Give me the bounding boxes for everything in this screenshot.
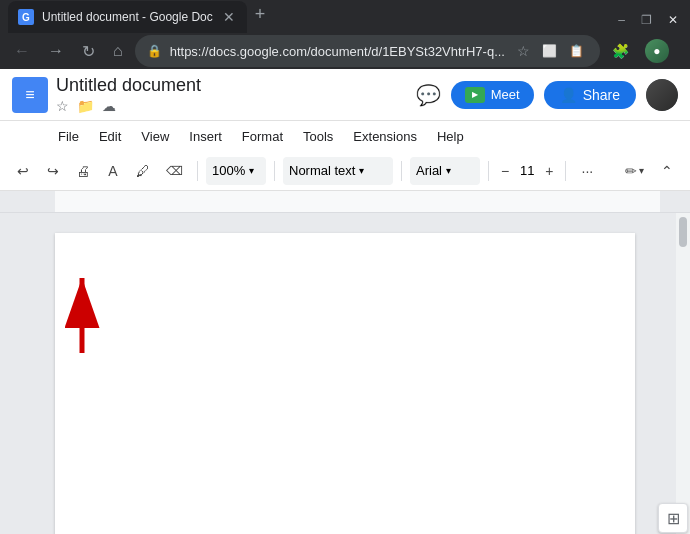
clear-format-button[interactable]: ⌫ <box>160 160 189 182</box>
ruler: 0 1 2 3 4 5 6 <box>0 191 690 213</box>
extensions-icon: 🧩 <box>612 43 629 59</box>
paint-format-icon: 🖊 <box>136 163 150 179</box>
menu-bar: File Edit View Insert Format Tools Exten… <box>0 121 690 151</box>
toolbar-divider-2 <box>274 161 275 181</box>
profile-button[interactable]: ● <box>639 33 675 69</box>
ruler-left-margin <box>0 191 55 212</box>
increase-font-button[interactable]: + <box>541 161 557 181</box>
tab-favicon: G <box>18 9 34 25</box>
print-button[interactable]: 🖨 <box>70 159 96 183</box>
menu-item-tools[interactable]: Tools <box>295 125 341 148</box>
chrome-menu-button[interactable]: ⋮ <box>679 36 690 67</box>
refresh-icon: ↻ <box>82 42 95 61</box>
home-button[interactable]: ⌂ <box>107 36 129 66</box>
back-icon: ← <box>14 42 30 60</box>
readmode-icon[interactable]: 📋 <box>565 40 588 62</box>
share-icon: 👤 <box>560 87 577 103</box>
doc-header: ≡ Untitled document ☆ 📁 ☁ 💬 ▶ <box>0 69 690 121</box>
more-options-button[interactable]: ··· <box>574 159 600 183</box>
doc-title[interactable]: Untitled document <box>56 75 408 96</box>
menu-item-help[interactable]: Help <box>429 125 472 148</box>
meet-button[interactable]: ▶ Meet <box>451 81 534 109</box>
forward-icon: → <box>48 42 64 60</box>
chrome-menu-icon: ⋮ <box>685 43 690 60</box>
collapse-icon: ⌃ <box>661 163 673 179</box>
pencil-dropdown: ▾ <box>639 165 644 176</box>
tab-close-button[interactable]: ✕ <box>221 7 237 27</box>
comment-button[interactable]: 💬 <box>416 83 441 107</box>
star-icon[interactable]: ☆ <box>56 98 69 114</box>
user-avatar[interactable] <box>646 79 678 111</box>
spellcheck-button[interactable]: A <box>100 159 126 183</box>
bookmark-icon[interactable]: ☆ <box>513 39 534 63</box>
decrease-font-button[interactable]: − <box>497 161 513 181</box>
zoom-value: 100% <box>212 163 245 178</box>
menu-item-view[interactable]: View <box>133 125 177 148</box>
menu-item-file[interactable]: File <box>50 125 87 148</box>
menu-item-edit[interactable]: Edit <box>91 125 129 148</box>
lock-icon: 🔒 <box>147 44 162 58</box>
share-url-icon[interactable]: ⬜ <box>538 40 561 62</box>
doc-app-icon: ≡ <box>12 77 48 113</box>
toolbar-divider-5 <box>565 161 566 181</box>
style-dropdown-icon: ▾ <box>359 165 364 176</box>
zoom-select[interactable]: 100% ▾ <box>206 157 266 185</box>
doc-icon-symbol: ≡ <box>25 86 34 104</box>
document-wrapper: ≡ Untitled document ☆ 📁 ☁ 💬 ▶ <box>0 69 690 534</box>
zoom-dropdown-icon: ▾ <box>249 165 254 176</box>
nav-down-icon: ⊞ <box>667 509 680 528</box>
font-size-value[interactable]: 11 <box>515 163 539 178</box>
url-input[interactable]: 🔒 https://docs.google.com/document/d/1EB… <box>135 35 600 67</box>
window-controls: – ❐ ✕ <box>618 13 678 27</box>
more-options-icon: ··· <box>582 163 594 179</box>
font-select[interactable]: Arial ▾ <box>410 157 480 185</box>
tab-title: Untitled document - Google Doc <box>42 10 213 24</box>
clear-format-icon: ⌫ <box>166 164 183 178</box>
menu-item-insert[interactable]: Insert <box>181 125 230 148</box>
toolbar-divider-3 <box>401 161 402 181</box>
forward-button[interactable]: → <box>42 36 70 66</box>
back-button[interactable]: ← <box>8 36 36 66</box>
minimize-button[interactable]: – <box>618 13 625 27</box>
tab-bar: G Untitled document - Google Doc ✕ + – ❐… <box>0 0 690 33</box>
browser-window: G Untitled document - Google Doc ✕ + – ❐… <box>0 0 690 534</box>
active-tab[interactable]: G Untitled document - Google Doc ✕ <box>8 1 247 33</box>
font-size-area: − 11 + <box>497 161 557 181</box>
pencil-mode-button[interactable]: ✏ ▾ <box>619 159 650 183</box>
doc-title-area: Untitled document ☆ 📁 ☁ <box>56 75 408 114</box>
maximize-button[interactable]: ❐ <box>641 13 652 27</box>
new-tab-button[interactable]: + <box>251 0 270 29</box>
vertical-scrollbar-thumb[interactable] <box>679 217 687 247</box>
font-value: Arial <box>416 163 442 178</box>
url-text: https://docs.google.com/document/d/1EBYS… <box>170 44 505 59</box>
folder-icon[interactable]: 📁 <box>77 98 94 114</box>
ruler-right-margin <box>660 191 690 212</box>
font-dropdown-icon: ▾ <box>446 165 451 176</box>
share-button[interactable]: 👤 Share <box>544 81 636 109</box>
menu-item-format[interactable]: Format <box>234 125 291 148</box>
document-page[interactable] <box>55 233 635 534</box>
undo-icon: ↩ <box>17 163 29 179</box>
vertical-scrollbar[interactable] <box>676 213 690 534</box>
cloud-icon[interactable]: ☁ <box>102 98 116 114</box>
redo-icon: ↪ <box>47 163 59 179</box>
share-label: Share <box>583 87 620 103</box>
comment-icon: 💬 <box>416 84 441 106</box>
paint-format-button[interactable]: 🖊 <box>130 159 156 183</box>
toolbar: ↩ ↪ 🖨 A 🖊 ⌫ 100% <box>0 151 690 191</box>
extensions-button[interactable]: 🧩 <box>606 36 635 66</box>
spellcheck-icon: A <box>108 163 117 179</box>
refresh-button[interactable]: ↻ <box>76 36 101 67</box>
style-select[interactable]: Normal text ▾ <box>283 157 393 185</box>
collapse-toolbar-button[interactable]: ⌃ <box>654 159 680 183</box>
avatar-image <box>646 79 678 111</box>
print-icon: 🖨 <box>76 163 90 179</box>
close-window-button[interactable]: ✕ <box>668 13 678 27</box>
undo-button[interactable]: ↩ <box>10 159 36 183</box>
doc-header-right: 💬 ▶ Meet 👤 Share <box>416 79 678 111</box>
meet-icon: ▶ <box>465 87 485 103</box>
menu-item-extensions[interactable]: Extensions <box>345 125 425 148</box>
address-bar: ← → ↻ ⌂ 🔒 https://docs.google.com/docume… <box>0 33 690 69</box>
redo-button[interactable]: ↪ <box>40 159 66 183</box>
nav-down-button[interactable]: ⊞ <box>658 503 688 533</box>
